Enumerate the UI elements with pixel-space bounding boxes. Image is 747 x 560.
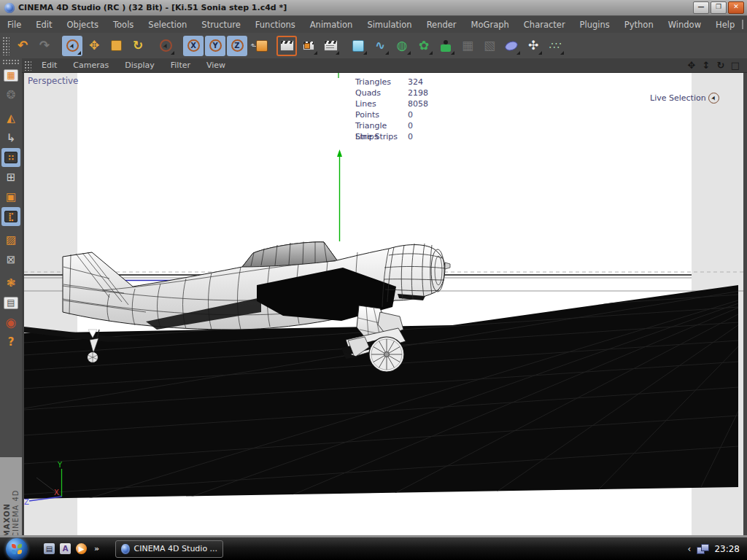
points-mode-icon[interactable]: ∷ — [1, 148, 20, 167]
camera-label: Perspective — [28, 76, 79, 86]
cloner-icon[interactable]: ✿ — [414, 36, 434, 56]
online-help-icon[interactable]: ◉ — [1, 313, 20, 332]
object-axis-mode-icon[interactable]: ↳ — [1, 128, 20, 147]
vp-menu-edit[interactable]: Edit — [34, 61, 65, 70]
menu-animation[interactable]: Animation — [303, 17, 360, 33]
menu-help[interactable]: Help — [708, 17, 742, 33]
texture-axis-mode-icon[interactable]: ⊠ — [1, 250, 20, 269]
viewport-rotate-icon[interactable]: ↻ — [713, 60, 728, 71]
app-icon — [4, 3, 15, 13]
layout-icon[interactable]: ▦ — [1, 66, 20, 85]
menu-selection[interactable]: Selection — [141, 17, 194, 33]
mode-palette: ▦ ❂ ◭ ↳ ∷ ⊞ ▣ ⣏ ▨ ⊠ ❃ ▤ ◉ ? MAXON CINEMA… — [0, 58, 23, 537]
menu-functions[interactable]: Functions — [248, 17, 303, 33]
close-button[interactable]: ✕ — [728, 1, 744, 14]
tray-collapse-icon[interactable]: ‹ — [688, 544, 692, 554]
menu-structure[interactable]: Structure — [194, 17, 248, 33]
maxon-branding: MAXON CINEMA 4D — [0, 457, 22, 537]
c4d-task-icon — [121, 544, 129, 554]
viewport-maximize-icon[interactable]: □ — [728, 60, 743, 71]
system-tray: ‹ 23:28 — [688, 544, 747, 554]
viewport-pan-icon[interactable]: ✥ — [684, 60, 699, 71]
primitive-cube-icon[interactable] — [348, 36, 368, 56]
stats-row: Triangles324 — [355, 77, 428, 88]
vp-menu-view[interactable]: View — [198, 61, 233, 70]
titlebar[interactable]: CINEMA 4D Studio (RC ) (32 Bit) - [Ki.51… — [0, 0, 747, 16]
vp-menu-display[interactable]: Display — [117, 61, 163, 70]
menu-render[interactable]: Render — [419, 17, 464, 33]
menu-objects[interactable]: Objects — [60, 17, 106, 33]
toolbar-grip[interactable] — [2, 36, 9, 55]
expansion-icon[interactable]: ✣ — [523, 36, 543, 56]
live-selection-icon[interactable]: ➤ — [62, 36, 82, 56]
viewport-stats: Triangles324 Quads2198 Lines8058 Points0… — [355, 77, 428, 142]
array-disabled-icon: ▦ — [457, 36, 478, 56]
edges-mode-icon[interactable]: ⊞ — [1, 168, 20, 187]
window-title: CINEMA 4D Studio (RC ) (32 Bit) - [Ki.51… — [18, 3, 692, 12]
stats-row: Lines8058 — [355, 98, 428, 109]
quick-launch: ▤ A ▶ — [44, 543, 87, 554]
boole-disabled-icon: ▧ — [479, 36, 500, 56]
spline-pen-icon[interactable]: ∿ — [370, 36, 390, 56]
start-button[interactable] — [6, 538, 28, 560]
app-shortcut-icon[interactable]: A — [60, 543, 71, 554]
network-icon[interactable] — [697, 544, 708, 553]
rotate-icon[interactable]: ↻ — [128, 36, 148, 56]
stats-row: Line Strips0 — [355, 131, 428, 142]
redo-icon[interactable]: ↷ — [34, 36, 55, 56]
menu-file[interactable]: File — [0, 17, 28, 33]
x-lock-icon[interactable]: X — [183, 36, 204, 56]
y-lock-icon[interactable]: Y — [205, 36, 225, 56]
palette-grip[interactable] — [2, 59, 20, 64]
particles-icon[interactable]: ∴∵ — [545, 36, 565, 56]
taskbar-button-cinema4d[interactable]: CINEMA 4D Studio ... — [115, 540, 223, 558]
menu-simulation[interactable]: Simulation — [360, 17, 419, 33]
z-lock-icon[interactable]: Z — [227, 36, 247, 56]
menu-mograph[interactable]: MoGraph — [464, 17, 516, 33]
render-view-icon[interactable] — [276, 36, 297, 56]
quick-launch-overflow-icon[interactable]: » — [94, 544, 99, 553]
content-browser-icon[interactable]: ▤ — [1, 293, 20, 312]
minimize-button[interactable]: — — [693, 1, 709, 14]
coordinate-system-icon[interactable]: ⬑ — [249, 36, 269, 56]
vp-menu-cameras[interactable]: Cameras — [65, 61, 117, 70]
stats-row: Points0 — [355, 109, 428, 120]
media-player-icon[interactable]: ▶ — [76, 543, 87, 554]
axis-y-label: Y — [57, 461, 63, 469]
menu-python[interactable]: Python — [617, 17, 661, 33]
render-picture-viewer-icon[interactable] — [298, 36, 319, 56]
viewport-menubar: Edit Cameras Display Filter View ✥ ↕ ↻ □ — [22, 58, 747, 73]
menu-tools[interactable]: Tools — [106, 17, 141, 33]
render-settings-icon[interactable] — [320, 36, 341, 56]
menu-plugins[interactable]: Plugins — [573, 17, 617, 33]
character-icon[interactable] — [436, 36, 456, 56]
model-mode-icon[interactable]: ◭ — [1, 109, 20, 128]
axis-x-label: X — [54, 489, 59, 497]
undo-icon[interactable]: ↶ — [12, 36, 33, 56]
viewport-3d-canvas[interactable]: Y X Z Perspective Triangles324 Quads2198… — [22, 73, 747, 535]
active-tool-label: Live Selection — [650, 93, 706, 103]
polygons-mode-icon[interactable]: ▣ — [1, 187, 20, 206]
viewport-grip[interactable] — [24, 61, 31, 71]
viewport-zoom-icon[interactable]: ↕ — [699, 60, 713, 71]
menu-character[interactable]: Character — [516, 17, 573, 33]
cinema4d-window: CINEMA 4D Studio (RC ) (32 Bit) - [Ki.51… — [0, 0, 747, 560]
subdivision-surface-icon[interactable]: ◍ — [392, 36, 412, 56]
menu-edit[interactable]: Edit — [28, 17, 59, 33]
restore-button[interactable]: ❐ — [711, 1, 727, 14]
move-icon[interactable]: ✥ — [84, 36, 104, 56]
uv-mode-icon[interactable]: ⣏ — [1, 207, 20, 226]
context-help-icon[interactable]: ? — [1, 332, 20, 351]
taskbar-clock: 23:28 — [714, 544, 740, 554]
layout-corner-icon[interactable] — [742, 20, 743, 29]
kinematics-icon[interactable]: ❃ — [1, 273, 20, 292]
calculator-icon[interactable]: ▤ — [44, 543, 55, 554]
convert-selection-icon: ❂ — [1, 85, 20, 104]
vp-menu-filter[interactable]: Filter — [163, 61, 198, 70]
texture-mode-icon[interactable]: ▨ — [1, 230, 20, 249]
scale-icon[interactable] — [106, 36, 126, 56]
free-select-icon[interactable]: ➤ — [155, 36, 176, 56]
deformer-icon[interactable] — [501, 36, 522, 56]
axis-z-label: Z — [24, 498, 29, 506]
menu-window[interactable]: Window — [661, 17, 708, 33]
